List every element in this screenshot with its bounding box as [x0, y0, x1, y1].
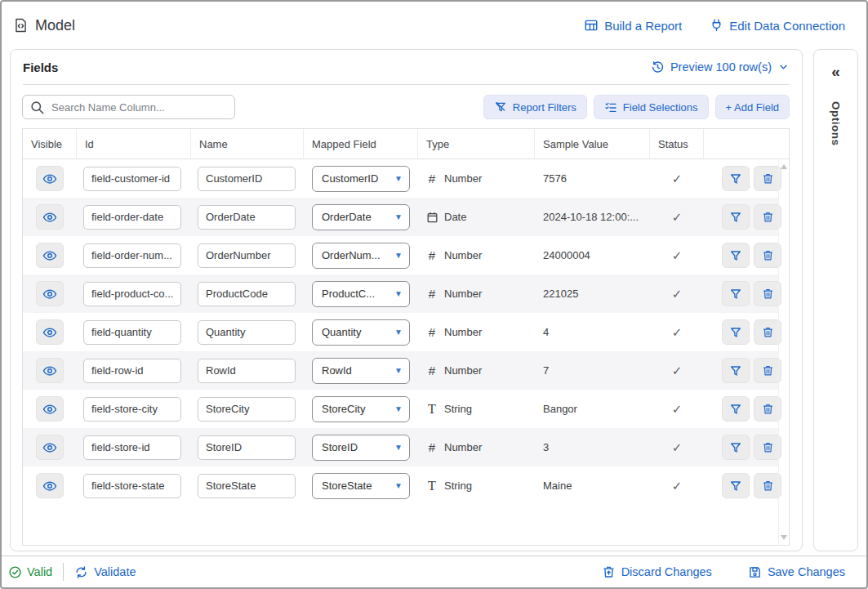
row-filter-button[interactable] [722, 166, 750, 191]
vertical-scrollbar[interactable] [778, 159, 789, 545]
mapped-field-dropdown[interactable]: OrderDate ▼ [312, 204, 410, 230]
row-filter-button[interactable] [722, 473, 750, 498]
field-selections-button[interactable]: Field Selections [594, 95, 709, 119]
row-filter-button[interactable] [722, 204, 750, 230]
validate-button[interactable]: Validate [74, 565, 136, 579]
dropdown-caret-icon: ▼ [394, 213, 403, 221]
build-report-button[interactable]: Build a Report [584, 18, 682, 33]
field-id-input[interactable] [83, 435, 181, 460]
field-name-input[interactable] [198, 320, 296, 345]
sample-value: 4 [543, 326, 549, 338]
field-name-input[interactable] [198, 359, 296, 383]
field-name-input[interactable] [198, 397, 296, 422]
table-row: RowId ▼ # Number 7 ✓ [23, 351, 778, 390]
table-row: StoreState ▼ T String Maine ✓ [23, 466, 778, 505]
edit-data-connection-button[interactable]: Edit Data Connection [710, 18, 845, 33]
visibility-toggle-button[interactable] [36, 396, 64, 422]
field-id-input[interactable] [83, 282, 181, 306]
toolbar-buttons: Report Filters Field Sele [483, 95, 790, 119]
visibility-toggle-button[interactable] [36, 281, 64, 306]
field-name-input[interactable] [198, 243, 296, 268]
mapped-field-dropdown[interactable]: OrderNum... ▼ [312, 243, 410, 269]
report-filters-button[interactable]: Report Filters [483, 95, 587, 119]
sample-value: 2024-10-18 12:00:... [543, 211, 639, 223]
row-filter-button[interactable] [722, 281, 750, 306]
row-delete-button[interactable] [754, 166, 781, 191]
visibility-toggle-button[interactable] [36, 473, 64, 498]
discard-changes-button[interactable]: Discard Changes [602, 564, 712, 579]
trash-icon [762, 210, 774, 224]
sample-value: Bangor [543, 403, 577, 415]
eye-icon [42, 440, 58, 455]
field-id-input[interactable] [83, 167, 181, 191]
visibility-toggle-button[interactable] [36, 319, 64, 345]
field-name-input[interactable] [198, 282, 296, 306]
trash-icon [762, 402, 774, 416]
mapped-field-dropdown[interactable]: StoreState ▼ [312, 473, 410, 499]
field-id-input[interactable] [83, 397, 181, 422]
table-row: StoreID ▼ # Number 3 ✓ [23, 428, 778, 466]
row-delete-button[interactable] [754, 204, 781, 230]
fields-panel: Fields Preview 100 row(s) [10, 49, 803, 551]
row-delete-button[interactable] [754, 281, 781, 306]
field-name-input[interactable] [198, 474, 296, 498]
trash-icon [762, 364, 774, 377]
history-icon [651, 60, 665, 74]
status-check-icon: ✓ [672, 287, 683, 301]
row-delete-button[interactable] [754, 473, 781, 498]
field-name-input[interactable] [198, 167, 296, 191]
mapped-field-dropdown[interactable]: StoreID ▼ [312, 435, 410, 461]
footer-bar: Valid Validate [2, 556, 866, 587]
row-filter-button[interactable] [722, 319, 750, 345]
search-box[interactable] [22, 95, 235, 119]
add-field-button[interactable]: + Add Field [715, 95, 790, 119]
trash-icon [762, 287, 774, 301]
checklist-icon [604, 100, 617, 114]
field-name-input[interactable] [198, 205, 296, 230]
row-filter-button[interactable] [722, 243, 750, 268]
row-filter-button[interactable] [722, 435, 750, 460]
options-label[interactable]: Options [830, 101, 842, 146]
trash-icon [762, 172, 774, 185]
field-name-input[interactable] [198, 435, 296, 460]
row-delete-button[interactable] [754, 396, 781, 422]
mapped-field-dropdown[interactable]: Quantity ▼ [312, 319, 410, 346]
field-id-input[interactable] [83, 205, 181, 230]
eye-icon [42, 287, 58, 301]
status-check-icon: ✓ [672, 479, 683, 493]
table-row: StoreCity ▼ T String Bangor ✓ [23, 390, 778, 428]
funnel-icon [729, 326, 742, 339]
row-delete-button[interactable] [754, 243, 781, 268]
field-id-input[interactable] [83, 474, 181, 498]
row-delete-button[interactable] [754, 319, 781, 345]
visibility-toggle-button[interactable] [36, 204, 64, 230]
type-icon: T [426, 479, 438, 493]
search-input[interactable] [51, 101, 228, 114]
field-id-input[interactable] [83, 359, 181, 383]
visibility-toggle-button[interactable] [36, 358, 64, 383]
sample-value: 3 [543, 441, 549, 453]
row-filter-button[interactable] [722, 358, 750, 383]
table-grid-icon [584, 18, 599, 33]
field-id-input[interactable] [83, 320, 181, 345]
mapped-field-dropdown[interactable]: CustomerID ▼ [312, 166, 410, 192]
field-id-input[interactable] [83, 243, 181, 268]
eye-icon [42, 172, 58, 186]
type-icon: # [426, 248, 438, 262]
row-filter-button[interactable] [722, 396, 750, 422]
mapped-field-dropdown[interactable]: ProductC... ▼ [312, 281, 410, 307]
preview-rows-button[interactable]: Preview 100 row(s) [651, 60, 790, 74]
visibility-toggle-button[interactable] [36, 243, 64, 268]
mapped-field-dropdown[interactable]: StoreCity ▼ [312, 396, 410, 422]
visibility-toggle-button[interactable] [36, 166, 64, 191]
dropdown-caret-icon: ▼ [394, 405, 403, 413]
save-changes-button[interactable]: Save Changes [748, 565, 845, 579]
mapped-field-dropdown[interactable]: RowId ▼ [312, 358, 410, 384]
scroll-up-arrow-icon[interactable] [781, 164, 787, 169]
table-row: OrderNum... ▼ # Number 24000004 ✓ [23, 236, 778, 274]
collapse-panel-button[interactable]: « [831, 64, 840, 79]
row-delete-button[interactable] [754, 358, 781, 383]
row-delete-button[interactable] [754, 435, 781, 460]
visibility-toggle-button[interactable] [36, 435, 64, 460]
scroll-down-arrow-icon[interactable] [781, 535, 787, 540]
